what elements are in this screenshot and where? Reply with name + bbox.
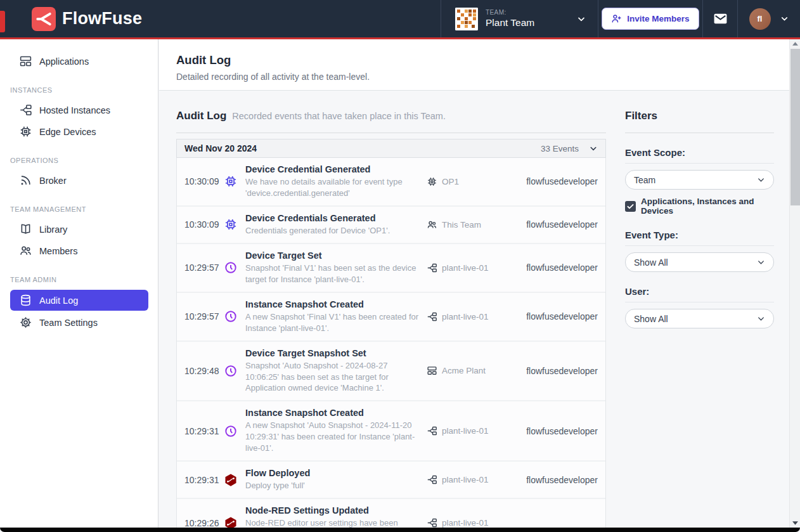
- filters-panel: Filters Event Scope: Team Applications, …: [625, 110, 774, 528]
- event-title: Device Credential Generated: [245, 164, 422, 174]
- clock-icon: [224, 424, 238, 438]
- audit-event-row: 10:29:26 Node-RED Settings Updated Node-…: [177, 499, 605, 528]
- team-members-icon: [427, 219, 437, 230]
- team-selector[interactable]: TEAM: Plant Team: [441, 0, 598, 37]
- sidebar-item-label: Team Settings: [39, 318, 98, 328]
- event-user: flowfusedeveloper: [520, 426, 598, 436]
- vertical-scrollbar[interactable]: [789, 39, 800, 528]
- audit-event-row: 10:29:57 Device Target Set Snapshot 'Fin…: [177, 244, 605, 293]
- sidebar-item-applications[interactable]: Applications: [10, 51, 148, 71]
- event-title: Instance Snapshot Created: [245, 299, 422, 309]
- sidebar-item-edge-devices[interactable]: Edge Devices: [10, 122, 148, 141]
- event-title: Device Target Snapshot Set: [245, 348, 422, 358]
- clock-icon: [224, 309, 238, 323]
- event-scope-label: Event Scope:: [625, 147, 774, 164]
- chevron-down-icon: [576, 14, 586, 24]
- mail-icon: [713, 11, 728, 27]
- user-filter-select[interactable]: Show All: [625, 309, 774, 328]
- user-avatar: fl: [749, 8, 771, 30]
- page-subtitle: Detailed recording of all activity at th…: [176, 72, 789, 82]
- audit-event-row: 10:30:09 Device Credentials Generated Cr…: [177, 207, 605, 244]
- user-filter-label: User:: [625, 286, 774, 302]
- scope-include-checkbox[interactable]: [625, 201, 636, 212]
- cpu-chip-icon: [224, 217, 238, 231]
- scrollbar-thumb[interactable]: [790, 49, 800, 205]
- audit-log-section: Audit Log Recorded events that have take…: [176, 110, 606, 528]
- scope-include-checkbox-label[interactable]: Applications, Instances and Devices: [641, 197, 774, 216]
- notifications-button[interactable]: [702, 0, 737, 37]
- sidebar-item-label: Broker: [39, 176, 67, 186]
- scroll-down-arrow-icon[interactable]: [790, 519, 800, 528]
- sidebar-item-members[interactable]: Members: [10, 241, 148, 261]
- sidebar-nav: Applications INSTANCES Hosted Instances …: [0, 39, 158, 528]
- section-divider: [176, 133, 606, 133]
- chevron-down-icon[interactable]: [589, 144, 598, 153]
- instance-icon: [427, 517, 437, 528]
- sidebar-item-label: Members: [39, 246, 77, 256]
- event-type-label: Event Type:: [625, 230, 774, 246]
- event-description: Snapshot 'Final V1' has been set as the …: [245, 263, 422, 285]
- event-scope: plant-live-01: [442, 475, 489, 484]
- event-description: A new Snapshot 'Auto Snapshot - 2024-11-…: [245, 420, 422, 454]
- event-description: Deploy type 'full': [245, 480, 422, 491]
- user-menu[interactable]: fl: [737, 0, 800, 37]
- applications-icon: [19, 55, 32, 68]
- sidebar-item-label: Audit Log: [39, 295, 78, 306]
- node-red-icon: [224, 473, 238, 487]
- event-title: Node-RED Settings Updated: [245, 505, 422, 516]
- sidebar-section-operations: OPERATIONS: [10, 157, 148, 164]
- event-description: A new Snapshot 'Final V1' has been creat…: [245, 311, 422, 334]
- event-scope: plant-live-01: [442, 312, 489, 321]
- event-time: 10:29:48: [184, 366, 219, 376]
- invite-members-button[interactable]: Invite Members: [602, 8, 699, 30]
- filters-title: Filters: [625, 110, 774, 122]
- event-scope: plant-live-01: [442, 426, 489, 436]
- brand-name: FlowFuse: [62, 9, 142, 29]
- event-title: Device Credentials Generated: [245, 213, 422, 223]
- event-description: Node-RED editor user settings have been …: [245, 517, 422, 528]
- filters-divider: [625, 133, 774, 133]
- event-scope: Acme Plant: [442, 366, 486, 375]
- instance-icon: [19, 103, 32, 117]
- event-time: 10:30:09: [184, 176, 219, 186]
- instance-icon: [427, 425, 437, 436]
- sidebar-item-label: Hosted Instances: [39, 105, 110, 115]
- event-title: Instance Snapshot Created: [245, 408, 422, 418]
- event-description: Snapshot 'Auto Snapshot - 2024-08-27 10:…: [245, 360, 422, 394]
- chevron-down-icon: [757, 315, 765, 323]
- audit-event-row: 10:29:57 Instance Snapshot Created A new…: [177, 293, 605, 342]
- broker-rss-icon: [19, 174, 32, 187]
- audit-event-row: 10:30:09 Device Credential Generated We …: [177, 158, 605, 207]
- audit-event-row: 10:29:48 Device Target Snapshot Set Snap…: [177, 342, 605, 402]
- top-navbar: FlowFuse TEAM: Plant Team Invite Members: [0, 0, 800, 39]
- flowfuse-logo-icon: [32, 7, 56, 31]
- team-label: TEAM:: [486, 9, 569, 16]
- invite-members-label: Invite Members: [627, 14, 689, 23]
- event-time: 10:29:31: [184, 475, 219, 485]
- event-description: Credentials generated for Device 'OP1'.: [245, 225, 422, 237]
- sidebar-item-broker[interactable]: Broker: [10, 171, 148, 190]
- event-type-select[interactable]: Show All: [625, 252, 774, 272]
- sidebar-item-library[interactable]: Library: [10, 219, 148, 239]
- cpu-chip-icon: [224, 174, 238, 188]
- sidebar-section-team-admin: TEAM ADMIN: [10, 276, 148, 283]
- user-avatar-initials: fl: [758, 14, 763, 23]
- clock-icon: [224, 364, 238, 378]
- scroll-up-arrow-icon[interactable]: [790, 39, 800, 48]
- sidebar-item-hosted-instances[interactable]: Hosted Instances: [10, 100, 148, 120]
- sidebar-item-team-settings[interactable]: Team Settings: [10, 313, 148, 332]
- user-plus-icon: [611, 13, 622, 24]
- audit-event-row: 10:29:31 Instance Snapshot Created A new…: [177, 401, 605, 462]
- sidebar-section-instances: INSTANCES: [10, 86, 148, 94]
- event-scope-select[interactable]: Team: [625, 170, 774, 190]
- content-area: Audit Log Recorded events that have take…: [159, 91, 789, 528]
- events-count: 33 Events: [541, 144, 579, 153]
- event-time: 10:29:57: [184, 311, 219, 321]
- cpu-chip-icon: [19, 125, 32, 138]
- event-description: We have no details available for event t…: [245, 176, 422, 199]
- chevron-down-icon: [757, 258, 765, 266]
- brand[interactable]: FlowFuse: [0, 0, 441, 37]
- sidebar-item-label: Edge Devices: [39, 127, 96, 137]
- sidebar-item-audit-log[interactable]: Audit Log: [10, 290, 148, 311]
- event-title: Device Target Set: [245, 250, 422, 261]
